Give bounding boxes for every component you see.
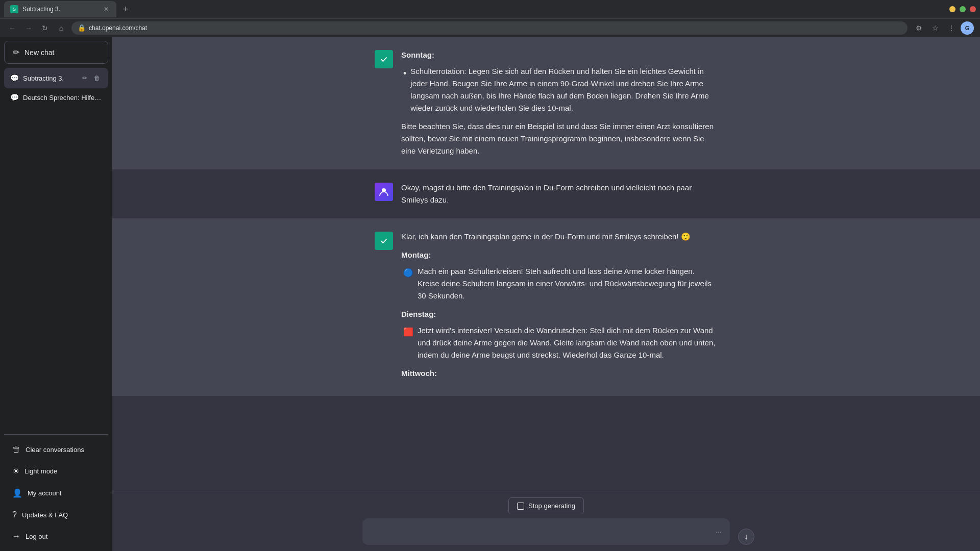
- message-inner-3: Klar, ich kann den Trainingsplan gerne i…: [362, 231, 730, 384]
- bullet-icon: 🟥: [403, 325, 413, 361]
- chat-area[interactable]: Sonntag: • Schulterrotation: Legen Sie s…: [112, 37, 980, 491]
- logout-icon: →: [12, 532, 20, 541]
- chat-icon: 💬: [10, 74, 19, 82]
- message-content-3: Klar, ich kann den Trainingsplan gerne i…: [401, 231, 718, 384]
- message-content-2: Okay, magst du bitte den Trainingsplan i…: [401, 182, 718, 206]
- svg-point-0: [379, 54, 389, 64]
- maximize-button[interactable]: [960, 6, 966, 12]
- tab-favicon: S: [10, 5, 18, 13]
- stop-generating-button[interactable]: Stop generating: [508, 497, 584, 514]
- assistant-avatar-1: [375, 50, 393, 68]
- light-mode-label: Light mode: [24, 467, 57, 475]
- chat-item-subtracting[interactable]: 💬 Subtracting 3. ✏ 🗑: [4, 68, 108, 88]
- updates-faq-button[interactable]: ? Updates & FAQ: [4, 504, 108, 525]
- my-account-label: My account: [28, 489, 61, 497]
- clear-conversations-button[interactable]: 🗑 Clear conversations: [4, 439, 108, 460]
- extensions-icon[interactable]: ⚙: [912, 21, 926, 35]
- active-tab[interactable]: S Subtracting 3. ✕: [4, 1, 116, 17]
- light-mode-button[interactable]: ☀ Light mode: [4, 460, 108, 482]
- clear-conversations-label: Clear conversations: [26, 446, 84, 454]
- chat-item-actions: ✏ 🗑: [80, 73, 102, 83]
- tab-bar: S Subtracting 3. ✕ +: [0, 0, 980, 18]
- stop-icon: [517, 503, 524, 510]
- sidebar: ✏ New chat 💬 Subtracting 3. ✏ 🗑 💬 Deutsc…: [0, 37, 112, 551]
- chat-item-label: Subtracting 3.: [23, 74, 76, 82]
- scroll-down-button[interactable]: ↓: [738, 529, 754, 545]
- address-bar[interactable]: 🔒 chat.openai.com/chat: [71, 21, 908, 35]
- new-chat-label: New chat: [24, 48, 54, 57]
- stop-bar: Stop generating: [362, 497, 730, 514]
- message-content-1: Sonntag: • Schulterrotation: Legen Sie s…: [401, 49, 718, 157]
- new-chat-button[interactable]: ✏ New chat: [4, 41, 108, 64]
- window-controls: [949, 6, 976, 12]
- new-tab-button[interactable]: +: [118, 2, 133, 16]
- stop-generating-label: Stop generating: [528, 502, 575, 510]
- chat-item-label: Deutsch Sprechen: Hilfe Ange: [23, 94, 102, 102]
- chat-input[interactable]: [371, 526, 712, 538]
- forward-button[interactable]: →: [22, 22, 35, 34]
- list-item-dienstag: 🟥 Jetzt wird's intensiver! Versuch die W…: [401, 324, 718, 361]
- tab-title: Subtracting 3.: [22, 6, 98, 13]
- my-account-button[interactable]: 👤 My account: [4, 482, 108, 504]
- user-avatar: [375, 183, 393, 201]
- montag-text: Mach ein paar Schulterkreisen! Steh aufr…: [418, 265, 718, 302]
- profile-icon[interactable]: G: [961, 21, 974, 35]
- main-content: Sonntag: • Schulterrotation: Legen Sie s…: [112, 37, 980, 551]
- reload-button[interactable]: ↻: [39, 22, 51, 34]
- msg1-list: • Schulterrotation: Legen Sie sich auf d…: [401, 65, 718, 114]
- close-button[interactable]: [970, 6, 976, 12]
- message-block-1: Sonntag: • Schulterrotation: Legen Sie s…: [112, 37, 980, 169]
- input-area: ··· ↓: [362, 518, 730, 545]
- typing-indicator: ···: [716, 528, 722, 536]
- chat-item-deutsch[interactable]: 💬 Deutsch Sprechen: Hilfe Ange: [4, 88, 108, 107]
- list-item: • Schulterrotation: Legen Sie sich auf d…: [401, 65, 718, 114]
- chat-icon: 💬: [10, 93, 19, 102]
- more-icon[interactable]: ⋮: [944, 21, 959, 35]
- msg3-montag-list: 🔵 Mach ein paar Schulterkreisen! Steh au…: [401, 265, 718, 302]
- rename-button[interactable]: ✏: [80, 73, 90, 83]
- list-item-montag: 🔵 Mach ein paar Schulterkreisen! Steh au…: [401, 265, 718, 302]
- msg3-intro: Klar, ich kann den Trainingsplan gerne i…: [401, 231, 718, 243]
- trash-icon: 🗑: [12, 445, 20, 454]
- message-inner-2: Okay, magst du bitte den Trainingsplan i…: [362, 182, 730, 206]
- bottom-bar: Stop generating ··· ↓: [112, 491, 980, 551]
- message-block-2: Okay, magst du bitte den Trainingsplan i…: [112, 169, 980, 218]
- back-button[interactable]: ←: [6, 22, 18, 34]
- app: ✏ New chat 💬 Subtracting 3. ✏ 🗑 💬 Deutsc…: [0, 37, 980, 551]
- schulterrotation-text: Schulterrotation: Legen Sie sich auf den…: [410, 65, 718, 114]
- day-header-dienstag: Dienstag:: [401, 308, 718, 320]
- dienstag-text: Jetzt wird's intensiver! Versuch die Wan…: [418, 324, 718, 361]
- browser-chrome: S Subtracting 3. ✕ + ← → ↻ ⌂ 🔒 chat.open…: [0, 0, 980, 37]
- assistant-avatar-3: [375, 232, 393, 250]
- sidebar-bottom: 🗑 Clear conversations ☀ Light mode 👤 My …: [4, 434, 108, 547]
- message-inner-1: Sonntag: • Schulterrotation: Legen Sie s…: [362, 49, 730, 157]
- nav-bar: ← → ↻ ⌂ 🔒 chat.openai.com/chat ⚙ ☆ ⋮ G: [0, 18, 980, 37]
- day-header-mittwoch: Mittwoch:: [401, 367, 718, 380]
- message-block-3: Klar, ich kann den Trainingsplan gerne i…: [112, 218, 980, 396]
- msg1-note: Bitte beachten Sie, dass dies nur ein Be…: [401, 120, 718, 157]
- account-icon: 👤: [12, 488, 22, 498]
- day-header-sonntag: Sonntag:: [401, 49, 718, 61]
- sun-icon: ☀: [12, 466, 19, 476]
- nav-icons: ⚙ ☆ ⋮ G: [912, 21, 974, 35]
- minimize-button[interactable]: [949, 6, 955, 12]
- tab-close-button[interactable]: ✕: [102, 5, 110, 13]
- delete-button[interactable]: 🗑: [92, 73, 102, 83]
- bullet-icon: •: [403, 66, 406, 114]
- day-header-montag: Montag:: [401, 249, 718, 261]
- updates-faq-label: Updates & FAQ: [22, 511, 68, 519]
- new-chat-icon: ✏: [13, 47, 19, 57]
- bullet-icon: 🔵: [403, 266, 413, 302]
- log-out-button[interactable]: → Log out: [4, 525, 108, 547]
- log-out-label: Log out: [26, 533, 47, 540]
- chat-list: 💬 Subtracting 3. ✏ 🗑 💬 Deutsch Sprechen:…: [4, 68, 108, 434]
- home-button[interactable]: ⌂: [55, 22, 67, 34]
- svg-point-2: [379, 236, 389, 246]
- msg3-dienstag-list: 🟥 Jetzt wird's intensiver! Versuch die W…: [401, 324, 718, 361]
- user-message-text: Okay, magst du bitte den Trainingsplan i…: [401, 182, 718, 206]
- bookmark-icon[interactable]: ☆: [928, 21, 942, 35]
- address-text: chat.openai.com/chat: [89, 24, 901, 32]
- info-icon: ?: [12, 510, 17, 519]
